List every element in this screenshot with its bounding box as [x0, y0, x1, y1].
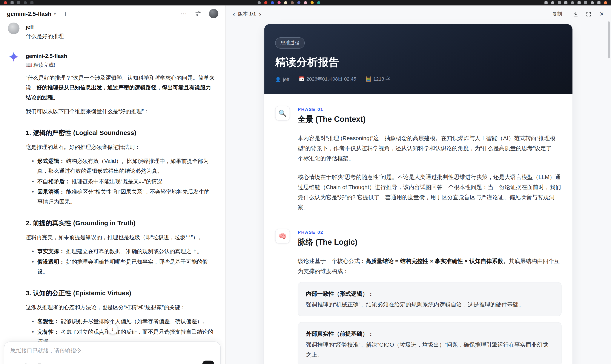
date-meta: 📅2026年01月08日 02:45 — [299, 76, 356, 82]
viewer-toolbar: ‹ 版本 1/1 › 复制 ✕ — [226, 5, 611, 23]
wordcount-meta: 🧮1213 字 — [365, 76, 390, 82]
magnifier-icon: 🔍 — [275, 106, 290, 120]
menubar-icon[interactable] — [571, 1, 574, 4]
assistant-status: 📖 精读完成! — [26, 62, 67, 68]
next-version-button[interactable]: › — [259, 11, 261, 17]
scrollbar[interactable] — [608, 22, 610, 58]
logic-card: 内部一致性（形式逻辑）： 强调推理的“机械正确”。结论必须在给定的规则系统内逻辑… — [298, 282, 561, 316]
menubar-icon[interactable] — [284, 1, 287, 4]
menubar-icon[interactable] — [271, 1, 274, 4]
chat-header: gemini-2.5-flash ▾ ＋ ⋯ — [0, 5, 225, 22]
bookmark-icon[interactable] — [37, 363, 42, 364]
menubar-icon[interactable] — [17, 1, 20, 4]
menubar-icon[interactable] — [317, 1, 320, 4]
assistant-message-row: gemini-2.5-flash 📖 精读完成! — [8, 52, 218, 68]
section-heading: 3. 认知的公正性 (Epistemic Virtues) — [26, 288, 215, 298]
lead-paragraph: 我们可以从以下四个维度来衡量什么是“好的推理”： — [26, 107, 215, 116]
message-list: jeff 什么是好的推理 gemini-2.5-flash — [0, 22, 225, 364]
list-item: 事实支撑： 推理建立在可靠的数据、准确的观测或公认的真理之上。 — [32, 247, 215, 256]
close-button[interactable]: ✕ — [599, 11, 604, 17]
phase-paragraph: 核心情境在于解决“思考的随意性”问题。不论是人类通过批判性思维进行决策，还是大语… — [298, 172, 561, 212]
screen: gemini-2.5-flash ▾ ＋ ⋯ jeff 什么是好的推理 — [0, 0, 611, 364]
list-item: 不自相矛盾： 推理链条中不能出现“既是又非”的情况。 — [32, 177, 215, 186]
phase-label: PHASE 01 — [298, 107, 561, 112]
more-options-button[interactable]: ⋯ — [181, 10, 187, 17]
section-heading: 2. 前提的真实性 (Grounding in Truth) — [26, 218, 215, 228]
menubar-icon[interactable] — [297, 1, 300, 4]
menubar-icon[interactable] — [544, 1, 547, 4]
phase-heading: 全景 (The Context) — [298, 114, 561, 124]
menubar-app-group — [258, 1, 320, 4]
user-name: jeff — [26, 23, 64, 30]
model-selector[interactable]: gemini-2.5-flash — [7, 10, 52, 17]
previous-version-button[interactable]: ‹ — [233, 11, 235, 17]
new-chat-button[interactable]: ＋ — [62, 9, 69, 18]
document-body: 🔍 PHASE 01 全景 (The Context) 本内容是对“推理 (Re… — [264, 94, 572, 364]
menubar-icon[interactable] — [24, 1, 27, 4]
phase-section: 🔍 PHASE 01 全景 (The Context) 本内容是对“推理 (Re… — [275, 106, 561, 212]
intro-paragraph: “什么是好的推理？”这是一个涉及逻辑学、认知科学和哲学核心的问题。简单来说，好的… — [26, 73, 215, 102]
calendar-icon: 📅 — [299, 76, 305, 82]
document-card: 思维过程 精读分析报告 👤jeff 📅2026年01月08日 02:45 🧮12… — [264, 24, 572, 364]
menubar-icon[interactable] — [278, 1, 280, 4]
menu-bar — [0, 0, 611, 5]
menubar-icon[interactable] — [291, 1, 294, 4]
scroll-to-bottom-button[interactable]: ↓ — [107, 324, 118, 334]
menubar-icon[interactable] — [604, 1, 607, 4]
menubar-icon[interactable] — [551, 1, 554, 4]
gemini-sparkle-icon — [8, 52, 19, 68]
voice-input-button[interactable] — [202, 361, 214, 364]
chat-panel: gemini-2.5-flash ▾ ＋ ⋯ jeff 什么是好的推理 — [0, 5, 226, 364]
menubar-icon[interactable] — [311, 1, 314, 4]
attach-button[interactable]: ＋ — [11, 362, 17, 364]
chevron-down-icon[interactable]: ▾ — [54, 11, 56, 16]
list-item: 假设透明： 好的推理会明确指明哪些是已知事实，哪些是基于可能的假设。 — [32, 257, 215, 277]
section-heading: 1. 逻辑的严密性 (Logical Soundness) — [26, 128, 215, 138]
menubar-icon[interactable] — [11, 1, 13, 4]
menubar-left-group — [4, 1, 34, 4]
account-avatar[interactable] — [209, 9, 218, 18]
menubar-icon[interactable] — [598, 1, 600, 4]
author-meta: 👤jeff — [275, 77, 289, 82]
section-intro: 这是推理的基石。好的推理必须遵循逻辑法则： — [26, 143, 215, 152]
expand-icon[interactable] — [586, 11, 592, 17]
download-icon[interactable] — [573, 11, 579, 17]
abacus-icon: 🧮 — [365, 76, 371, 82]
composer-placeholder[interactable]: 思维接口已就绪，请传输指令。 — [11, 348, 214, 354]
doc-badge: 思维过程 — [275, 37, 305, 49]
menubar-icon[interactable] — [558, 1, 561, 4]
menubar-icon[interactable] — [304, 1, 307, 4]
phase-heading: 脉络 (The Logic) — [298, 237, 561, 247]
list-item: 形式逻辑： 结构必须有效（Valid）。比如演绎推理中，如果前提全部为真，那么通… — [32, 156, 215, 176]
menubar-icon[interactable] — [564, 1, 567, 4]
doc-meta: 👤jeff 📅2026年01月08日 02:45 🧮1213 字 — [275, 76, 561, 82]
composer[interactable]: 思维接口已就绪，请传输指令。 ＋ — [4, 341, 221, 364]
settings-sliders-icon[interactable] — [195, 11, 201, 17]
menubar-status-group — [544, 1, 607, 4]
document-header: 思维过程 精读分析报告 👤jeff 📅2026年01月08日 02:45 🧮12… — [264, 24, 572, 94]
tools-sliders-icon[interactable] — [24, 363, 29, 364]
version-label: 版本 1/1 — [238, 11, 256, 17]
menubar-icon[interactable] — [258, 1, 261, 4]
menubar-icon[interactable] — [577, 1, 581, 4]
user-message-text: 什么是好的推理 — [26, 33, 64, 40]
book-icon: 📖 — [26, 62, 32, 68]
copy-button[interactable]: 复制 — [552, 11, 562, 17]
phase-paragraph: 本内容是对“推理 (Reasoning)”这一抽象概念的高层建模。在知识爆炸与人… — [298, 133, 561, 163]
user-avatar — [8, 23, 19, 34]
person-icon: 👤 — [275, 77, 281, 82]
list-item: 客观性： 能够识别并尽量排除个人偏见（如幸存者偏差、确认偏差）。 — [32, 317, 215, 326]
doc-title: 精读分析报告 — [275, 55, 561, 69]
logic-card: 外部真实性（前提基础）： 强调推理的“经验校准”。解决“GIGO（垃圾进，垃圾出… — [298, 322, 561, 364]
menubar-icon[interactable] — [4, 1, 7, 4]
menubar-icon[interactable] — [591, 1, 594, 4]
brain-icon: 🧠 — [275, 229, 290, 244]
phase-section: 🧠 PHASE 02 脉络 (The Logic) 该论述基于一个核心公式：高质… — [275, 229, 561, 364]
menubar-icon[interactable] — [584, 1, 587, 4]
assistant-message-body: “什么是好的推理？”这是一个涉及逻辑学、认知科学和哲学核心的问题。简单来说，好的… — [26, 73, 215, 364]
menubar-icon[interactable] — [264, 1, 267, 4]
list-item: 因果清晰： 能准确区分“相关性”和“因果关系”，不会轻率地将先后发生的事情归为因… — [32, 187, 215, 207]
phase-paragraph: 该论述基于一个核心公式：高质量结论 = 结构完整性 × 事实准确性 × 认知自律… — [298, 256, 561, 276]
section-intro: 这涉及推理者的心态和方法论，也是区分“杠精”和“思想家”的关键： — [26, 302, 215, 312]
menubar-icon[interactable] — [30, 1, 33, 4]
